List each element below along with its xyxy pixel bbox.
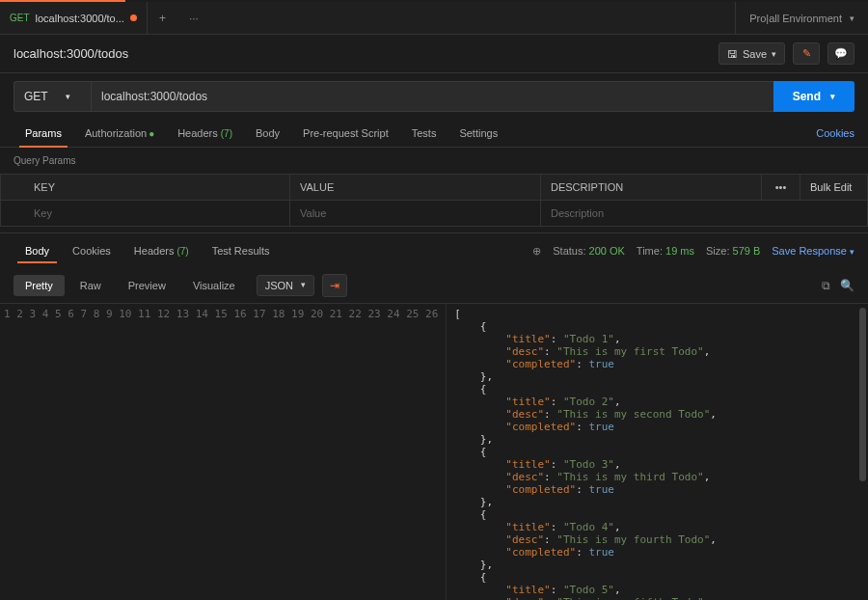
- viewer-preview[interactable]: Preview: [117, 275, 177, 296]
- url-input[interactable]: [91, 81, 773, 112]
- tab-title: localhost:3000/to...: [36, 13, 124, 24]
- tab-tests[interactable]: Tests: [400, 120, 448, 147]
- format-selector[interactable]: JSON▾: [257, 275, 314, 296]
- query-params-label: Query Params: [0, 148, 868, 174]
- viewer-toolbar: Pretty Raw Preview Visualize JSON▾ ⇥ ⧉ 🔍: [0, 268, 868, 304]
- resp-tab-test-results[interactable]: Test Results: [201, 239, 282, 262]
- resp-tab-body[interactable]: Body: [14, 239, 61, 262]
- chevron-down-icon: ▾: [850, 14, 854, 23]
- response-editor[interactable]: 1 2 3 4 5 6 7 8 9 10 11 12 13 14 15 16 1…: [0, 304, 868, 600]
- resp-tab-headers[interactable]: Headers(7): [122, 239, 201, 262]
- cookies-link[interactable]: Cookies: [816, 127, 854, 139]
- chevron-down-icon: ▾: [830, 92, 835, 101]
- send-button[interactable]: Send ▾: [773, 81, 854, 112]
- wrap-lines-button[interactable]: ⇥: [322, 274, 347, 297]
- response-tabs: Body Cookies Headers(7) Test Results ⊕ S…: [0, 232, 868, 268]
- request-title-bar: localhost:3000/todos 🖫 Save ▾ ✎ 💬: [0, 35, 868, 73]
- save-button[interactable]: 🖫 Save ▾: [719, 42, 785, 65]
- tab-body[interactable]: Body: [244, 120, 291, 147]
- viewer-pretty[interactable]: Pretty: [14, 275, 65, 296]
- chevron-down-icon: ▾: [772, 49, 776, 59]
- tab-method-label: GET: [10, 13, 30, 23]
- col-header-value: VALUE: [290, 175, 541, 201]
- resp-tab-cookies[interactable]: Cookies: [61, 239, 122, 262]
- query-params-table: KEY VALUE DESCRIPTION ••• Bulk Edit Key …: [0, 174, 868, 227]
- time-label: Time: 19 ms: [637, 245, 694, 257]
- tab-authorization[interactable]: Authorization●: [73, 120, 166, 147]
- description-cell[interactable]: Description: [541, 201, 868, 227]
- comment-icon: 💬: [834, 47, 848, 60]
- comment-icon-button[interactable]: 💬: [827, 42, 854, 65]
- value-cell[interactable]: Value: [290, 201, 541, 227]
- tab-settings[interactable]: Settings: [448, 120, 509, 147]
- chevron-down-icon: ▾: [66, 92, 70, 101]
- col-header-key: KEY: [1, 175, 290, 201]
- pencil-icon: ✎: [802, 47, 811, 60]
- size-label: Size: 579 B: [706, 245, 760, 257]
- request-title: localhost:3000/todos: [14, 46, 128, 61]
- code-area[interactable]: [ { "title": "Todo 1", "desc": "This is …: [447, 304, 868, 600]
- col-header-more[interactable]: •••: [762, 175, 800, 201]
- save-icon: 🖫: [727, 48, 738, 60]
- url-bar: GET ▾ Send ▾: [0, 73, 868, 120]
- tab-bar: GET localhost:3000/to... + ··· Pro|all E…: [0, 2, 868, 35]
- request-tabs: Params Authorization● Headers(7) Body Pr…: [0, 120, 868, 148]
- new-tab-button[interactable]: +: [148, 12, 177, 25]
- method-selector[interactable]: GET ▾: [14, 81, 91, 112]
- save-response-button[interactable]: Save Response ▾: [772, 245, 854, 257]
- key-cell[interactable]: Key: [1, 201, 290, 227]
- viewer-visualize[interactable]: Visualize: [181, 275, 247, 296]
- line-gutter: 1 2 3 4 5 6 7 8 9 10 11 12 13 14 15 16 1…: [0, 304, 447, 600]
- edit-icon-button[interactable]: ✎: [793, 42, 820, 65]
- bulk-edit-button[interactable]: Bulk Edit: [800, 175, 868, 201]
- tab-prerequest[interactable]: Pre-request Script: [291, 120, 400, 147]
- request-tab[interactable]: GET localhost:3000/to...: [0, 2, 148, 34]
- tab-params[interactable]: Params: [14, 120, 73, 147]
- viewer-raw[interactable]: Raw: [68, 275, 113, 296]
- tab-headers[interactable]: Headers(7): [166, 120, 244, 147]
- search-icon[interactable]: 🔍: [840, 279, 854, 292]
- vertical-scrollbar[interactable]: [859, 308, 866, 481]
- unsaved-dot-icon: [130, 14, 137, 21]
- status-label: Status: 200 OK: [553, 245, 625, 257]
- environment-selector[interactable]: Pro|all Environment ▾: [735, 2, 868, 34]
- globe-icon: ⊕: [532, 245, 541, 258]
- table-row[interactable]: Key Value Description: [1, 201, 868, 227]
- tab-menu-button[interactable]: ···: [177, 12, 210, 25]
- copy-icon[interactable]: ⧉: [822, 279, 830, 292]
- col-header-description: DESCRIPTION: [541, 175, 762, 201]
